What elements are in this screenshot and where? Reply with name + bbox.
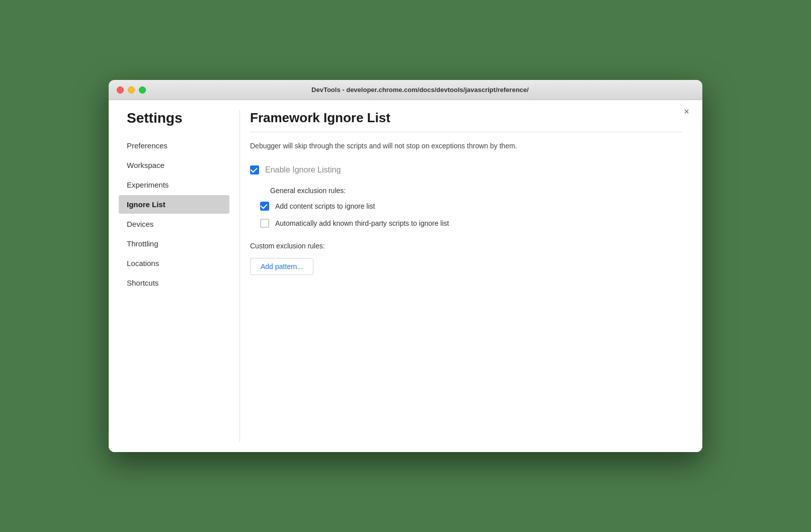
custom-exclusion-section: Custom exclusion rules: Add pattern... (250, 242, 682, 275)
sidebar-item-preferences[interactable]: Preferences (119, 136, 229, 155)
add-pattern-button[interactable]: Add pattern... (250, 258, 313, 275)
rule-2-label: Automatically add known third-party scri… (275, 219, 449, 227)
main-content: Framework Ignore List Debugger will skip… (239, 110, 702, 442)
rule-1-label: Add content scripts to ignore list (275, 202, 375, 210)
page-description: Debugger will skip through the scripts a… (250, 140, 682, 151)
settings-heading: Settings (119, 110, 229, 126)
close-button[interactable] (117, 86, 124, 94)
rule-add-content-scripts[interactable]: Add content scripts to ignore list (260, 202, 682, 211)
maximize-button[interactable] (139, 86, 146, 94)
custom-exclusion-label: Custom exclusion rules: (250, 242, 682, 250)
sidebar-item-shortcuts[interactable]: Shortcuts (119, 274, 229, 292)
sidebar-item-devices[interactable]: Devices (119, 215, 229, 233)
minimize-button[interactable] (128, 86, 135, 94)
page-title: Framework Ignore List (250, 110, 682, 132)
sidebar-nav: Preferences Workspace Experiments Ignore… (119, 136, 229, 292)
url-bar: DevTools - developer.chrome.com/docs/dev… (146, 86, 694, 94)
enable-ignore-listing-row[interactable]: Enable Ignore Listing (250, 165, 682, 174)
dialog-close-button[interactable]: × (681, 105, 692, 118)
sidebar-item-locations[interactable]: Locations (119, 254, 229, 273)
window-content: × Settings Preferences Workspace Experim… (109, 100, 702, 452)
settings-dialog: × Settings Preferences Workspace Experim… (109, 100, 702, 452)
rule-2-checkbox[interactable] (260, 219, 269, 228)
sidebar-item-workspace[interactable]: Workspace (119, 156, 229, 174)
title-bar: DevTools - developer.chrome.com/docs/dev… (109, 80, 702, 100)
sidebar: Settings Preferences Workspace Experimen… (109, 110, 239, 442)
enable-ignore-listing-label: Enable Ignore Listing (265, 165, 341, 174)
enable-ignore-listing-checkbox[interactable] (250, 165, 259, 174)
general-exclusion-label: General exclusion rules: (270, 187, 682, 195)
rule-auto-third-party[interactable]: Automatically add known third-party scri… (260, 219, 682, 228)
browser-window: DevTools - developer.chrome.com/docs/dev… (109, 80, 702, 452)
rule-1-checkbox[interactable] (260, 202, 269, 211)
sidebar-item-ignore-list[interactable]: Ignore List (119, 195, 229, 214)
sidebar-item-throttling[interactable]: Throttling (119, 234, 229, 253)
exclusion-rules-section: General exclusion rules: Add content scr… (260, 187, 682, 228)
sidebar-item-experiments[interactable]: Experiments (119, 175, 229, 194)
traffic-lights (117, 86, 146, 94)
